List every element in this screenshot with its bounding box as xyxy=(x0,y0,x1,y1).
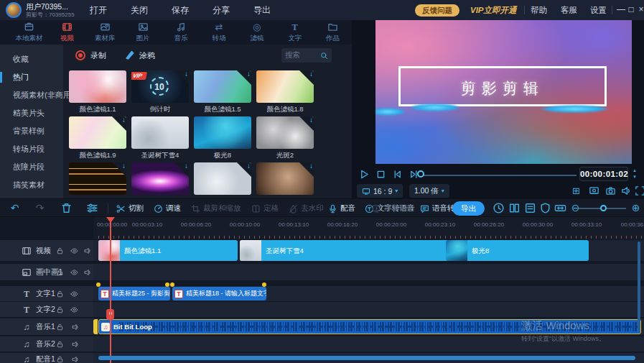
lock-icon[interactable] xyxy=(56,268,64,276)
tab-transition[interactable]: ⇄ 转场 xyxy=(200,20,238,45)
asset-item[interactable]: ↓ 颜色滤镜1.9 xyxy=(69,116,126,160)
vertical-scrollbar[interactable] xyxy=(638,242,640,332)
snapshot-camera-icon[interactable] xyxy=(605,185,616,196)
track-header-pip[interactable]: 画中画1 xyxy=(0,264,93,280)
tab-video[interactable]: 视频 xyxy=(48,20,86,45)
shield-icon[interactable] xyxy=(539,202,551,214)
export-button[interactable]: 导出 xyxy=(452,201,485,216)
timeline-clip-video[interactable]: 圣诞树下雪4 xyxy=(240,240,449,261)
playhead-handle[interactable] xyxy=(106,217,115,223)
download-icon[interactable]: ↓ xyxy=(309,162,313,170)
support-button[interactable]: 客服 xyxy=(561,0,577,20)
stop-icon[interactable] xyxy=(375,169,386,180)
sidebar-item-favorites[interactable]: 收藏 xyxy=(0,50,63,68)
speed-button[interactable]: 调速 xyxy=(154,199,181,218)
sidebar-item-video-assets[interactable]: 视频素材(非商用) xyxy=(0,86,63,104)
eye-icon[interactable] xyxy=(70,290,78,298)
menu-share[interactable]: 分享 xyxy=(213,4,230,17)
seek-bar[interactable] xyxy=(420,175,577,176)
asset-item[interactable]: VIP 10 ↓ 倒计时 xyxy=(131,70,189,114)
download-icon[interactable]: ↓ xyxy=(185,70,188,78)
adjust-sliders-icon[interactable] xyxy=(86,202,98,214)
feedback-button[interactable]: 反馈问题 xyxy=(415,4,459,17)
prev-frame-icon[interactable] xyxy=(392,169,403,180)
download-icon[interactable]: ↓ xyxy=(122,116,126,124)
sidebar-item-hot[interactable]: 热门 xyxy=(0,68,63,86)
eye-icon[interactable] xyxy=(70,247,78,254)
lock-icon[interactable] xyxy=(56,356,64,363)
timeline-clip-video[interactable]: 颜色滤镜1.1 xyxy=(98,240,238,261)
mirror-icon[interactable] xyxy=(589,185,599,196)
close-icon[interactable]: × xyxy=(635,0,644,20)
timecode-stepper[interactable]: ▴ ▾ xyxy=(631,167,638,180)
asset-item[interactable]: ↓ 颜色滤镜1.5 xyxy=(194,70,251,114)
ratio-dropdown[interactable]: 16 : 9 ▾ xyxy=(357,184,403,198)
cut-button[interactable]: 切割 xyxy=(116,199,144,218)
fullscreen-icon[interactable] xyxy=(635,185,644,196)
lock-icon[interactable] xyxy=(56,340,64,348)
asset-item[interactable]: ↓ xyxy=(256,162,314,195)
track-header-text1[interactable]: T 文字1 xyxy=(0,286,93,301)
scale-dropdown[interactable]: 1.00 倍 ▾ xyxy=(409,184,449,198)
timeline-clip-text[interactable]: T 精美标题25 - 剪影剪辑 xyxy=(98,287,170,300)
menu-export[interactable]: 导出 xyxy=(253,4,271,17)
track-header-voiceover1[interactable]: ♫ 配音1 xyxy=(0,353,93,363)
trash-icon[interactable] xyxy=(60,202,73,214)
asset-item[interactable]: ↓ xyxy=(69,162,126,195)
screenshot-button[interactable]: 屏幕截图 xyxy=(372,199,414,218)
lock-icon[interactable] xyxy=(56,290,64,298)
track-header-video[interactable]: 视频 xyxy=(0,240,93,261)
spin-up-icon[interactable]: ▴ xyxy=(631,167,638,173)
record-button[interactable]: 录制 xyxy=(90,50,106,61)
track-list-icon[interactable] xyxy=(524,202,536,214)
tab-music[interactable]: 音乐 xyxy=(162,20,200,45)
speaker-icon[interactable] xyxy=(621,185,632,196)
download-icon[interactable]: ↓ xyxy=(122,162,126,170)
asset-item[interactable]: ↓ xyxy=(131,162,189,195)
crop-zoom-button[interactable]: 裁剪和缩放 xyxy=(191,199,241,218)
remove-watermark-button[interactable]: 去水印 xyxy=(289,199,324,218)
download-icon[interactable]: ↓ xyxy=(247,162,251,170)
asset-item[interactable]: ↓ 颜色滤镜1.8 xyxy=(256,70,314,114)
seek-handle[interactable] xyxy=(417,170,424,178)
voiceover-button[interactable]: 配音 xyxy=(328,199,355,218)
timeline-ruler[interactable]: 00:00:00:00 00:00:03:10 00:00:06:20 00:0… xyxy=(93,217,644,239)
tab-text[interactable]: T 文字 xyxy=(276,20,314,45)
timeline-clip-video[interactable]: 极光8 xyxy=(446,240,589,261)
menu-close[interactable]: 关闭 xyxy=(131,4,148,17)
keyframe-clock-icon[interactable] xyxy=(493,202,505,214)
zoom-in-icon[interactable]: ⊕ xyxy=(630,202,642,214)
eye-icon[interactable] xyxy=(70,305,78,313)
tab-works[interactable]: 作品 xyxy=(314,20,352,45)
play-icon[interactable] xyxy=(359,169,370,180)
grid-view-icon[interactable]: ⊞ xyxy=(571,185,582,196)
menu-open[interactable]: 打开 xyxy=(90,4,107,17)
tab-asset-library[interactable]: 素材库 xyxy=(86,20,124,45)
lock-icon[interactable] xyxy=(56,323,64,331)
sidebar-item-backgrounds[interactable]: 背景样例 xyxy=(0,122,63,140)
clip-trim-handle[interactable] xyxy=(93,319,98,334)
split-pages-icon[interactable] xyxy=(508,202,521,214)
speaker-icon[interactable] xyxy=(84,247,92,254)
help-button[interactable]: 帮助 xyxy=(531,0,547,20)
video-preview[interactable]: 剪影剪辑 xyxy=(375,20,632,164)
download-icon[interactable]: ↓ xyxy=(309,70,313,78)
menu-save[interactable]: 保存 xyxy=(172,4,189,17)
download-icon[interactable]: ↓ xyxy=(247,70,251,78)
track-header-music2[interactable]: ♫ 音乐2 xyxy=(0,336,93,351)
speaker-icon[interactable] xyxy=(84,268,92,276)
speaker-icon[interactable] xyxy=(72,340,80,348)
track-header-music1[interactable]: ♫ 音乐1 xyxy=(0,318,93,335)
timeline-clip-text[interactable]: T 精美标题18 - 请输入标题文字 xyxy=(172,287,266,300)
download-icon[interactable]: ↓ xyxy=(185,162,188,170)
speaker-icon[interactable] xyxy=(72,323,80,331)
asset-item[interactable]: ↓ xyxy=(194,162,251,195)
lock-icon[interactable] xyxy=(56,305,64,313)
tab-local-media[interactable]: 本地素材 xyxy=(10,20,48,45)
asset-item[interactable]: ↓ 光斑2 xyxy=(256,116,314,160)
speaker-icon[interactable] xyxy=(72,356,80,363)
spin-down-icon[interactable]: ▾ xyxy=(631,173,638,180)
asset-item[interactable]: 颜色滤镜1.1 xyxy=(69,70,126,114)
asset-item[interactable]: 圣诞树下雪4 xyxy=(131,116,189,160)
doodle-button[interactable]: 涂鸦 xyxy=(139,50,155,61)
